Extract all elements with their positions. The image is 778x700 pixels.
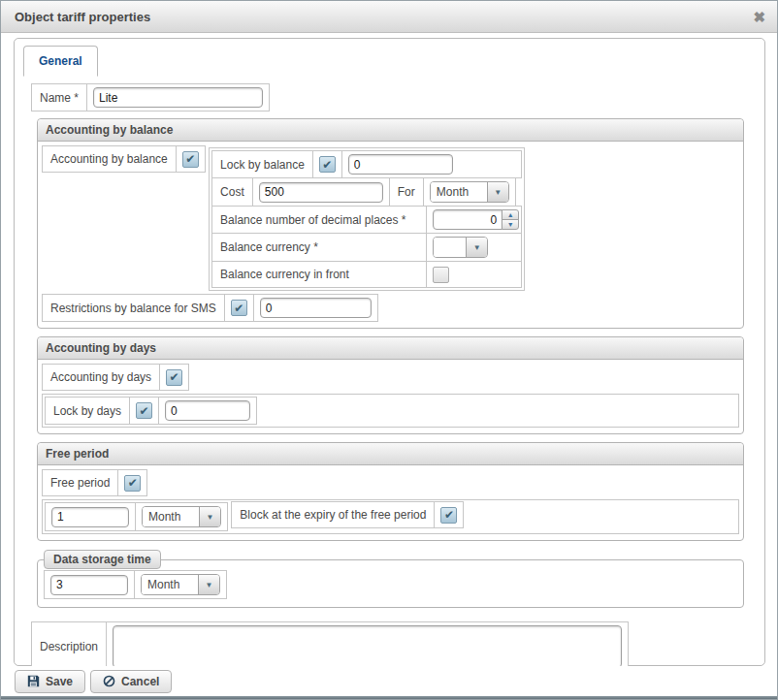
accounting-by-days-enable-row: Accounting by days ✔ <box>42 364 189 391</box>
data-storage-row: Month ▼ <box>44 570 227 599</box>
accounting-by-balance-body: Accounting by balance ✔ Lock by balance … <box>38 142 743 328</box>
accounting-by-days-group: Accounting by days Accounting by days ✔ … <box>37 336 744 434</box>
days-settings-box: Lock by days ✔ <box>42 394 739 428</box>
dialog-titlebar: Object tariff properties ✖ <box>1 1 777 33</box>
lock-by-days-checkbox[interactable]: ✔ <box>136 402 152 419</box>
lock-by-balance-row: Lock by balance ✔ <box>211 150 522 178</box>
object-tariff-properties-dialog: Object tariff properties ✖ General Name … <box>0 0 778 700</box>
decimal-places-row: Balance number of decimal places * ▲ ▼ <box>211 206 522 234</box>
save-icon <box>27 675 40 687</box>
accounting-by-balance-checkbox[interactable]: ✔ <box>182 151 199 168</box>
dialog-title: Object tariff properties <box>15 10 753 24</box>
name-row: Name * <box>31 83 270 111</box>
cost-period-select[interactable]: Month ▼ <box>430 181 509 203</box>
chevron-down-icon[interactable]: ▼ <box>487 182 508 202</box>
decimal-places-cell: ▲ ▼ <box>426 206 522 234</box>
free-period-duration-row: Month ▼ <box>45 502 228 531</box>
free-period-value-cell <box>45 502 136 531</box>
balance-currency-label: Balance currency * <box>211 233 427 262</box>
balance-currency-value <box>434 238 466 257</box>
decimal-places-spinner: ▲ ▼ <box>433 209 519 230</box>
balance-currency-row: Balance currency * ▼ <box>211 233 522 262</box>
free-period-checkbox[interactable]: ✔ <box>124 475 141 492</box>
name-label: Name * <box>31 83 87 111</box>
lock-by-days-input[interactable] <box>165 400 250 421</box>
chevron-down-glyph: ▼ <box>473 243 481 252</box>
chevron-down-glyph: ▼ <box>206 581 213 589</box>
chevron-down-glyph: ▼ <box>494 188 502 197</box>
block-expiry-checkbox-cell: ✔ <box>434 501 464 528</box>
lock-by-balance-checkbox-cell: ✔ <box>312 150 342 178</box>
currency-in-front-label: Balance currency in front <box>211 261 427 288</box>
balance-currency-cell: ▼ <box>426 233 522 262</box>
dialog-footer: Save Cancel <box>1 666 777 696</box>
free-period-unit-select[interactable]: Month ▼ <box>142 506 221 527</box>
accounting-by-days-label: Accounting by days <box>42 364 160 391</box>
chevron-down-icon[interactable]: ▼ <box>198 575 219 594</box>
chevron-down-icon[interactable]: ▼ <box>199 507 220 526</box>
free-period-value-input[interactable] <box>51 507 129 527</box>
tab-general[interactable]: General <box>23 46 98 77</box>
save-button-label: Save <box>46 675 73 688</box>
accounting-by-days-checkbox-cell: ✔ <box>159 364 189 391</box>
lock-by-days-value-cell <box>158 397 257 425</box>
data-storage-unit-cell: Month ▼ <box>134 570 227 599</box>
cost-label: Cost <box>211 177 253 207</box>
balance-currency-select[interactable]: ▼ <box>433 237 488 258</box>
sms-restrictions-row: Restrictions by balance for SMS ✔ <box>42 294 378 322</box>
sms-restrictions-checkbox-cell: ✔ <box>224 294 254 322</box>
currency-in-front-cell <box>426 261 522 288</box>
chevron-down-icon[interactable]: ▼ <box>466 238 487 257</box>
data-storage-value-input[interactable] <box>50 575 128 595</box>
accounting-by-days-checkbox[interactable]: ✔ <box>166 369 182 386</box>
accounting-by-balance-checkbox-cell: ✔ <box>176 145 206 173</box>
currency-in-front-row: Balance currency in front <box>211 261 522 288</box>
free-period-checkbox-cell: ✔ <box>117 469 147 496</box>
close-icon[interactable]: ✖ <box>753 10 765 24</box>
block-expiry-checkbox[interactable]: ✔ <box>440 507 457 524</box>
data-storage-group: Data storage time Month ▼ <box>37 559 744 608</box>
balance-property-grid: Balance number of decimal places * ▲ ▼ <box>211 206 522 288</box>
chevron-down-glyph: ▼ <box>207 513 214 522</box>
data-storage-value-cell <box>44 570 135 599</box>
sms-restrictions-rowwrap: Restrictions by balance for SMS ✔ <box>42 294 739 322</box>
lock-by-days-checkbox-cell: ✔ <box>129 397 159 425</box>
cost-value-cell <box>252 177 390 207</box>
free-period-group: Free period Free period ✔ <box>37 442 744 541</box>
lock-by-days-label: Lock by days <box>45 397 130 425</box>
sms-restrictions-input[interactable] <box>260 298 372 318</box>
name-input[interactable] <box>93 87 263 108</box>
spinner-buttons: ▲ ▼ <box>502 209 519 230</box>
form-content: Name * Accounting by balance Accounting … <box>15 76 764 672</box>
lock-by-days-row: Lock by days ✔ <box>45 397 257 425</box>
free-period-unit-cell: Month ▼ <box>135 502 228 531</box>
data-storage-legend: Data storage time <box>44 550 161 569</box>
free-period-label: Free period <box>42 469 118 496</box>
lock-by-balance-label: Lock by balance <box>211 150 313 178</box>
cancel-icon <box>103 675 115 687</box>
sms-restrictions-label: Restrictions by balance for SMS <box>42 294 225 322</box>
decimal-places-label: Balance number of decimal places * <box>211 206 427 234</box>
tab-strip: General <box>15 39 764 76</box>
cost-input[interactable] <box>259 182 383 203</box>
save-button[interactable]: Save <box>15 670 85 693</box>
lock-by-balance-input[interactable] <box>348 154 453 175</box>
tab-panel: General Name * Accounting by balance Acc… <box>14 38 765 666</box>
cancel-button[interactable]: Cancel <box>90 670 172 693</box>
name-cell <box>86 83 270 111</box>
description-textarea[interactable] <box>113 625 622 668</box>
block-expiry-label: Block at the expiry of the free period <box>231 501 435 528</box>
lock-by-balance-checkbox[interactable]: ✔ <box>319 156 336 173</box>
spin-down-icon[interactable]: ▼ <box>502 219 519 230</box>
cost-for-label: For <box>389 177 424 207</box>
balance-settings-box: Lock by balance ✔ Cost <box>209 147 525 291</box>
currency-in-front-checkbox[interactable] <box>433 267 449 283</box>
decimal-places-input[interactable] <box>433 209 502 230</box>
data-storage-unit-select[interactable]: Month ▼ <box>141 574 220 595</box>
free-period-body: Free period ✔ Month <box>38 465 743 540</box>
description-cell <box>106 621 629 672</box>
free-period-header: Free period <box>38 443 743 465</box>
accounting-by-balance-group: Accounting by balance Accounting by bala… <box>37 118 744 329</box>
sms-restrictions-checkbox[interactable]: ✔ <box>231 300 247 316</box>
free-period-settings-box: Month ▼ Block at the expiry of the free … <box>42 499 739 534</box>
